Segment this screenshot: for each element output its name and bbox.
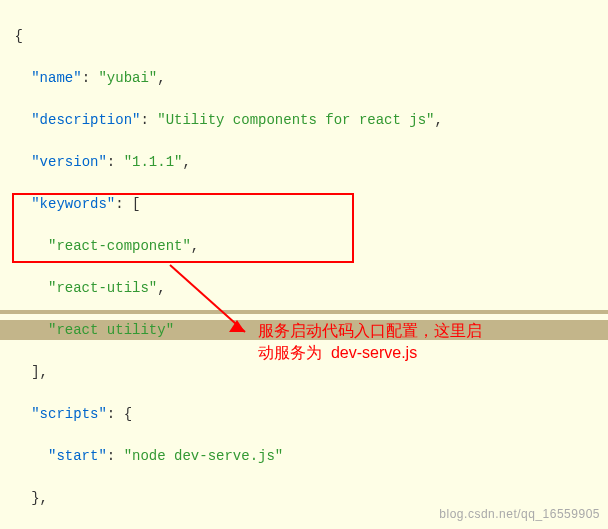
code-line: "scripts": { (6, 404, 608, 425)
annotation-line: 服务启动代码入口配置，这里启 (258, 322, 482, 339)
annotation-text: 服务启动代码入口配置，这里启 动服务为 dev-serve.js (258, 320, 588, 364)
code-line: { (6, 26, 608, 47)
annotation-line: 动服务为 (258, 344, 322, 361)
package-json-code: { "name": "yubai", "description": "Utili… (0, 0, 608, 529)
code-line: "name": "yubai", (6, 68, 608, 89)
code-line: "react-component", (6, 236, 608, 257)
code-line: "react-utils", (6, 278, 608, 299)
code-line: "description": "Utility components for r… (6, 110, 608, 131)
code-line: ], (6, 362, 608, 383)
code-line: "version": "1.1.1", (6, 152, 608, 173)
code-line: "start": "node dev-serve.js" (6, 446, 608, 467)
watermark: blog.csdn.net/qq_16559905 (439, 504, 600, 525)
annotation-highlight: dev-serve.js (331, 344, 417, 361)
code-line: "keywords": [ (6, 194, 608, 215)
